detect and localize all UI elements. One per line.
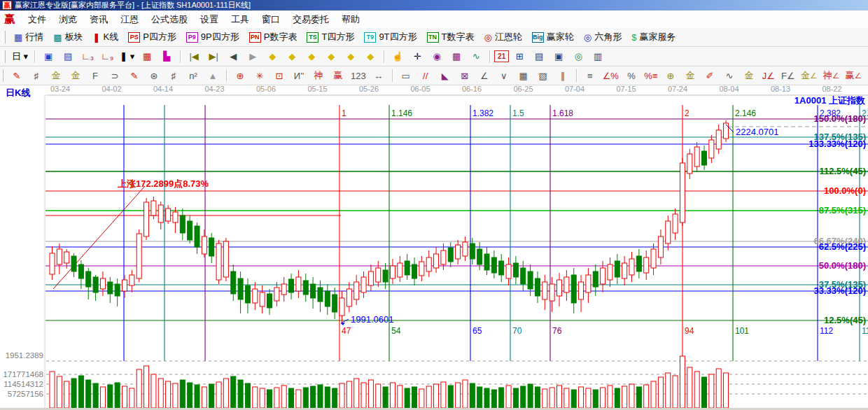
toolbar-button-sectors[interactable]: ▩板块 [48,29,88,45]
tool-plain-comb-icon[interactable]: ♯ [164,68,183,83]
toolbar-button-p-square[interactable]: PSP四方形 [123,29,181,45]
tool-angle-line-icon[interactable]: ∠ [475,68,493,83]
tool-box-tool-icon[interactable]: ▭ [397,68,415,83]
tool-ying-comb-icon[interactable]: 赢 [329,68,347,83]
tool-grid-box-a-icon[interactable]: ▦ [514,68,533,83]
toolbar-grip[interactable] [2,50,6,63]
tool-wave-tool-icon[interactable]: ∿ [467,49,485,64]
menu-item-8[interactable]: 交易委托 [286,12,335,27]
tool-candle-style-dropdown-icon[interactable]: ❚ ▾ [118,49,136,64]
tool-angle-f-icon[interactable]: F∠ [779,68,797,83]
tool-pen-comb-icon[interactable]: ✎ [125,68,144,83]
tool-box-x-icon[interactable]: ⊠ [456,68,474,83]
toolbar-button-t-square[interactable]: TST四方形 [302,29,359,45]
tool-pan-left-icon[interactable]: ◆ [263,49,281,64]
tool-zoom-window-icon[interactable]: ▣ [39,49,57,64]
tool-go-last-icon[interactable]: ▶| [204,49,223,64]
tool-circle-cross-icon[interactable]: ⊕ [231,68,249,83]
tool-n-square-comb-icon[interactable]: n² [184,68,202,83]
tool-parallel-lines-icon[interactable]: ∥ [554,68,572,83]
menu-item-2[interactable]: 资讯 [83,12,114,27]
tool-web-update-icon[interactable]: ◎ [569,49,587,64]
tool-compress-vertical-icon[interactable]: ◆ [342,49,360,64]
tool-spiral-comb-icon[interactable]: ⊃ [106,68,124,83]
tool-drag-hand-icon[interactable]: ☝ [388,49,407,64]
tool-compress-horizontal-icon[interactable]: ◆ [322,49,340,64]
tool-price-comb-icon[interactable]: ♯ [27,68,46,83]
tool-remote-computer-icon[interactable]: ▥ [589,49,607,64]
tool-expand-horizontal-icon[interactable]: ◆ [302,49,321,64]
tool-step-forward-icon[interactable]: ▶ [244,49,262,64]
toolbar-button-t-number-table[interactable]: TNT数字表 [422,29,479,45]
menu-item-6[interactable]: 工具 [225,12,255,27]
tool-pen-vertical-icon[interactable]: ✐ [701,68,719,83]
tool-angle-shen-icon[interactable]: 神∠ [821,68,842,83]
tool-width-arrows-icon[interactable]: ↔ [370,68,388,83]
tool-go-first-icon[interactable]: |◀ [185,49,203,64]
menu-item-4[interactable]: 公式选股 [145,12,194,27]
tool-gold-levels-icon[interactable]: 金 [681,68,699,83]
toolbar-button-hexagon[interactable]: ◎六角形 [579,29,626,45]
tool-target-dots-icon[interactable]: ✳ [251,68,269,83]
tool-angle-si-icon[interactable]: 四∠ [865,68,868,83]
tool-calculator-icon[interactable]: ⊞ [510,49,528,64]
tool-ma-9-icon[interactable]: ∟₉ [98,49,116,64]
tool-expand-all-icon[interactable]: ◆ [361,49,379,64]
toolbar-grip[interactable] [2,69,4,82]
menu-item-1[interactable]: 浏览 [52,12,83,27]
menu-item-5[interactable]: 设置 [194,12,225,27]
tool-grid-net-icon[interactable]: ▦ [447,49,465,64]
menu-item-9[interactable]: 帮助 [335,12,366,27]
tool-period-day-dropdown-icon[interactable]: 日 ▾ [10,49,30,64]
tool-percent-slash-icon[interactable]: ∠% [601,68,621,83]
tool-calendar-21-icon[interactable]: 21 [494,50,509,62]
tool-percent-icon[interactable]: % [622,68,640,83]
tool-fractal-n-icon[interactable]: И'' [290,68,308,83]
tool-gold-comb-b-icon[interactable]: 金 [66,68,85,83]
tool-angle-j-icon[interactable]: J∠ [760,68,778,83]
toolbar-button-winner-service[interactable]: $赢家服务 [626,29,680,45]
tool-save-icon[interactable]: ▣ [550,49,568,64]
tool-angle-ying-icon[interactable]: 赢∠ [844,68,864,83]
menu-item-0[interactable]: 文件 [22,12,52,27]
tool-pattern-window-icon[interactable]: ▦ [138,49,156,64]
tool-angle-flag-icon[interactable]: ▲ [204,68,222,83]
tool-wave-a-icon[interactable]: ∿ [720,68,738,83]
tool-v-lines-icon[interactable]: ∨ [495,68,513,83]
tool-target-box-icon[interactable]: ⊡ [270,68,288,83]
toolbar-button-winner-wheel[interactable]: Big赢家轮 [527,29,579,45]
toolbar-button-gann-wheel[interactable]: ◎江恩轮 [479,29,527,45]
kline-chart-svg[interactable]: 日K线1A0001 上证指数03-2404-0204-1404-2305-060… [0,85,868,410]
tool-percent-line-icon[interactable]: %≡ [642,68,660,83]
tool-fibonacci-comb-icon[interactable]: F [86,68,104,83]
toolbar-button-quotes[interactable]: ▦行情 [9,29,48,45]
tool-info-panel-icon[interactable]: ▤ [59,49,77,64]
kline-chart-area[interactable]: 日K线1A0001 上证指数03-2404-0204-1404-2305-060… [0,85,868,410]
tool-step-back-icon[interactable]: ◀ [224,49,242,64]
menu-item-7[interactable]: 窗口 [255,12,286,27]
toolbar-button-9p-square[interactable]: P99P四方形 [181,29,244,45]
tool-gold-comb-a-icon[interactable]: 金 [47,68,65,83]
tool-price-ruler-icon[interactable]: ≡ [581,68,599,83]
tool-crosshair-icon[interactable]: ✛ [408,49,426,64]
tool-zoom-pin-icon[interactable]: ◉ [428,49,446,64]
tool-notes-icon[interactable]: ▤ [530,49,548,64]
tool-volume-profile-icon[interactable]: ▙ [158,49,176,64]
toolbar-button-p-number-table[interactable]: PNP数字表 [244,29,302,45]
tool-ma-3-icon[interactable]: ∟₃ [78,49,97,64]
tool-fan-box-icon[interactable]: ◣ [436,68,454,83]
toolbar-grip[interactable] [2,31,6,43]
tool-fan-lines-icon[interactable]: // [416,68,435,83]
tool-grid-box-b-icon[interactable]: ▧ [534,68,552,83]
toolbar-button-9t-square[interactable]: T99T四方形 [359,29,421,45]
tool-comb-123-icon[interactable]: 123 [349,68,368,83]
tool-gann-pen-icon[interactable]: ✎ [8,68,26,83]
tool-angle-gold-icon[interactable]: 金∠ [799,68,820,83]
tool-gold-line-icon[interactable]: 金 [740,68,758,83]
menu-item-3[interactable]: 江恩 [114,12,145,27]
tool-gold-circle-icon[interactable]: ⊕ [662,68,680,83]
tool-pan-right-icon[interactable]: ◆ [283,49,301,64]
tool-shen-comb-icon[interactable]: 神 [309,68,328,83]
tool-circle-360-icon[interactable]: ⊛ [145,68,163,83]
toolbar-button-kline[interactable]: ❚K线 [88,29,124,45]
